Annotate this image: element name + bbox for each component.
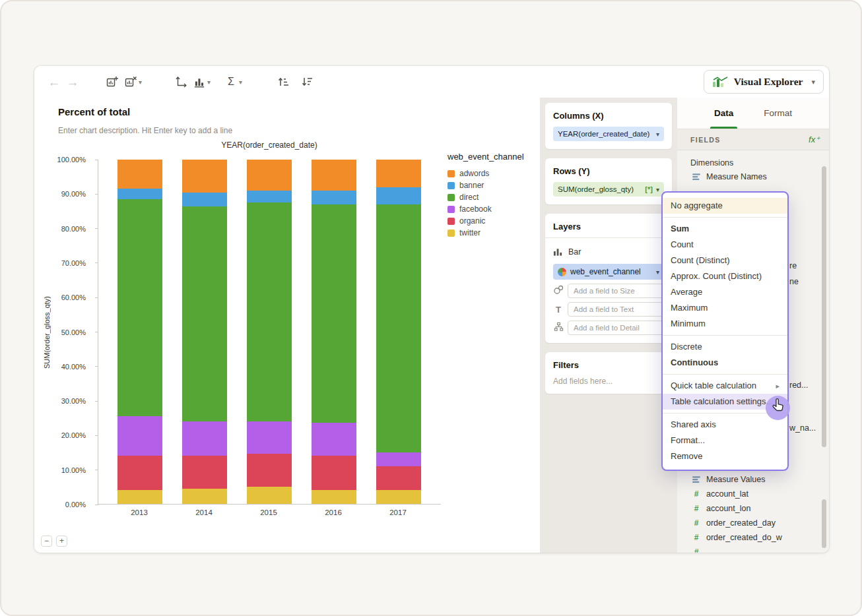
filters-drop-area[interactable]: Add fields here... <box>553 377 664 386</box>
bar-segment-direct[interactable] <box>182 206 227 421</box>
field-item-account_lon[interactable]: #account_lon <box>677 501 829 516</box>
bar-segment-banner[interactable] <box>182 193 227 206</box>
color-field-caret-icon[interactable]: ▾ <box>656 268 659 276</box>
page-title[interactable]: Percent of total <box>58 106 130 117</box>
stacked-bar-2016[interactable] <box>312 160 356 504</box>
aggregate-caret-icon[interactable]: ▾ <box>239 78 247 86</box>
menu-item-format[interactable]: Format... <box>663 433 787 448</box>
menu-item-average[interactable]: Average <box>663 284 787 300</box>
tab-format[interactable]: Format <box>764 98 792 129</box>
zoom-out-button[interactable]: − <box>41 536 52 547</box>
menu-item-sum[interactable]: Sum <box>663 221 787 237</box>
bar-segment-organic[interactable] <box>376 466 421 491</box>
bar-segment-adwords[interactable] <box>182 160 227 193</box>
size-field-input[interactable]: Add a field to Size <box>568 284 664 298</box>
field-item-fragment[interactable]: w_na... <box>789 423 816 433</box>
aggregate-button[interactable]: Σ <box>222 73 240 91</box>
legend-entry-banner[interactable]: banner <box>448 179 536 191</box>
field-item-measure-names[interactable]: Measure Names <box>677 169 829 185</box>
columns-pill-caret-icon[interactable]: ▾ <box>656 131 659 138</box>
bar-segment-banner[interactable] <box>117 189 162 199</box>
add-calculation-icon[interactable]: fx⁺ <box>809 135 820 144</box>
stacked-bar-2015[interactable] <box>247 160 292 504</box>
bar-segment-banner[interactable] <box>312 191 356 204</box>
field-item-order_created_day[interactable]: #order_created_day <box>677 516 829 530</box>
bar-segment-organic[interactable] <box>117 456 162 490</box>
scrollbar-thumb[interactable] <box>822 166 826 447</box>
stacked-bar-2013[interactable] <box>117 160 162 504</box>
bar-segment-facebook[interactable] <box>247 421 292 454</box>
bar-segment-organic[interactable] <box>312 456 356 490</box>
bar-segment-facebook[interactable] <box>182 421 227 456</box>
menu-item-no-aggregate[interactable]: No aggregate <box>663 198 787 214</box>
field-item-fragment[interactable]: red... <box>789 381 809 390</box>
rows-pill-caret-icon[interactable]: ▾ <box>656 186 659 193</box>
bar-segment-adwords[interactable] <box>312 160 356 191</box>
tab-data[interactable]: Data <box>714 98 733 129</box>
menu-item-quick-table-calculation[interactable]: Quick table calculation▸ <box>663 378 787 394</box>
menu-item-shared-axis[interactable]: Shared axis <box>663 417 787 433</box>
bar-segment-adwords[interactable] <box>117 160 162 189</box>
legend-entry-organic[interactable]: organic <box>448 215 536 227</box>
visual-explorer-button[interactable]: Visual Explorer ▾ <box>704 70 824 94</box>
bar-segment-direct[interactable] <box>247 202 292 421</box>
chart-description-placeholder[interactable]: Enter chart description. Hit Enter key t… <box>58 126 232 135</box>
bar-layer-row[interactable]: Bar <box>553 244 664 260</box>
swap-axes-button[interactable] <box>172 73 190 91</box>
stacked-bar-2014[interactable] <box>182 160 227 504</box>
zoom-in-button[interactable]: + <box>56 536 67 547</box>
stacked-bar-2017[interactable] <box>376 160 421 504</box>
remove-chart-button[interactable] <box>121 73 140 91</box>
bar-segment-twitter[interactable] <box>117 490 162 504</box>
color-field-row[interactable]: web_event_channel ▾ <box>553 264 664 280</box>
field-item-partial[interactable]: # <box>677 545 829 553</box>
menu-item-maximum[interactable]: Maximum <box>663 300 787 316</box>
field-item-account_lat[interactable]: #account_lat <box>677 487 829 501</box>
legend-entry-direct[interactable]: direct <box>448 191 536 203</box>
legend-entry-adwords[interactable]: adwords <box>448 168 536 179</box>
menu-item-count-distinct[interactable]: Count (Distinct) <box>663 253 787 268</box>
bar-segment-direct[interactable] <box>376 204 421 452</box>
field-item-measure-values[interactable]: Measure Values <box>677 472 829 487</box>
chart-actions-caret-icon[interactable]: ▾ <box>139 78 147 86</box>
bar-segment-twitter[interactable] <box>182 489 227 504</box>
field-item-fragment[interactable]: ne <box>789 277 799 286</box>
detail-field-input[interactable]: Add a field to Detail <box>568 321 664 335</box>
menu-item-minimum[interactable]: Minimum <box>663 316 787 332</box>
field-item-order_created_do_w[interactable]: #order_created_do_w <box>677 530 829 545</box>
bar-segment-facebook[interactable] <box>376 452 421 466</box>
menu-item-continuous[interactable]: Continuous <box>663 355 787 371</box>
bar-segment-direct[interactable] <box>312 204 356 423</box>
scrollbar-thumb-lower[interactable] <box>822 499 826 548</box>
field-item-fragment[interactable]: re <box>789 261 797 270</box>
columns-pill[interactable]: YEAR(order_created_date) ▾ <box>553 127 664 141</box>
back-button[interactable]: ← <box>45 73 63 91</box>
bar-segment-banner[interactable] <box>376 187 421 204</box>
bar-segment-organic[interactable] <box>182 456 227 489</box>
sort-descending-button[interactable] <box>298 73 317 91</box>
bar-segment-adwords[interactable] <box>247 160 292 191</box>
bar-segment-twitter[interactable] <box>312 490 356 504</box>
sort-ascending-button[interactable] <box>275 73 293 91</box>
bar-segment-facebook[interactable] <box>312 423 356 456</box>
bar-segment-facebook[interactable] <box>117 416 162 456</box>
legend-entry-twitter[interactable]: twitter <box>448 227 536 239</box>
rows-pill[interactable]: SUM(order_gloss_qty) [*] ▾ <box>553 182 664 197</box>
bar-segment-banner[interactable] <box>247 191 292 202</box>
bar-segment-organic[interactable] <box>247 454 292 487</box>
legend-entry-facebook[interactable]: facebook <box>448 203 536 215</box>
menu-item-count[interactable]: Count <box>663 237 787 253</box>
menu-item-remove[interactable]: Remove <box>663 448 787 464</box>
menu-item-discrete[interactable]: Discrete <box>663 339 787 355</box>
duplicate-chart-button[interactable] <box>103 73 121 91</box>
bar-segment-adwords[interactable] <box>376 160 421 187</box>
forward-button[interactable]: → <box>63 73 82 91</box>
bar-segment-twitter[interactable] <box>247 487 292 504</box>
chart-type-caret-icon[interactable]: ▾ <box>207 78 215 86</box>
rows-pill-aggregate-badge[interactable]: [*] <box>645 185 653 193</box>
chart-type-button[interactable] <box>190 73 209 91</box>
text-field-input[interactable]: Add a field to Text <box>568 302 664 317</box>
bar-segment-twitter[interactable] <box>376 490 421 504</box>
menu-item-approx-count-distinct[interactable]: Approx. Count (Distinct) <box>663 268 787 284</box>
bar-segment-direct[interactable] <box>117 199 162 416</box>
